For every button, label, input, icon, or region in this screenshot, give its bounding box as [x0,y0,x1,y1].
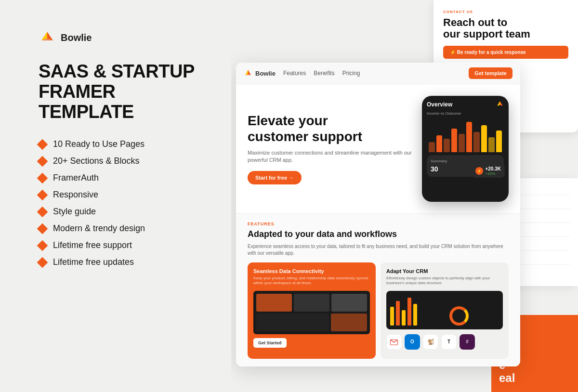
diamond-icon [37,139,48,150]
phone-overview-title: Overview [427,101,452,108]
list-item: 20+ Sections & Blocks [39,156,207,166]
list-item: 10 Ready to Use Pages [39,139,207,149]
brand-logo-icon [39,29,56,46]
browser-navbar: Bowlie Features Benefits Pricing Get tem… [236,63,520,84]
card-adapt-crm: Adapt Your CRM Effortlessly design custo… [381,262,509,359]
gmail-icon [386,334,402,350]
diamond-icon [37,190,48,201]
hero-title: Elevate yourcustomer support [248,113,414,144]
main-title: SAAS & STARTUP FRAMER TEMPLATE [39,62,207,122]
diamond-icon [37,257,48,268]
contact-cta-button[interactable]: ⚡ Be ready for a quick response [443,46,568,59]
hero-subtitle: Maximize customer connections and stream… [248,149,414,164]
browser-mockup: Bowlie Features Benefits Pricing Get tem… [236,63,520,366]
list-item: Lifetime free support [39,240,207,250]
get-template-button[interactable]: Get template [469,67,512,79]
card-data-connectivity: Seamless Data Connectivity Keep your pro… [248,262,376,359]
dash-block-1 [256,294,292,312]
card-orange-title: Seamless Data Connectivity [253,268,370,274]
browser-brand-name: Bowlie [255,70,276,77]
list-item: Style guide [39,207,207,217]
features-section-desc: Experience seamless access to your data,… [248,243,509,257]
diamond-icon [37,156,48,167]
list-item: FramerAuth [39,173,207,183]
phone-label: Income vs Outcome [427,111,504,116]
mailchimp-icon: 🐒 [423,334,438,350]
features-section-title: Adapted to your data and workflows [248,229,509,239]
brand: Bowlie [39,29,207,46]
donut-chart [449,306,469,326]
dash-block-4 [256,314,329,331]
nav-pricing[interactable]: Pricing [342,70,360,77]
dash-block-3 [331,294,367,312]
phone-chart [427,118,504,152]
cards-row: Seamless Data Connectivity Keep your pro… [248,262,509,359]
features-list: 10 Ready to Use Pages 20+ Sections & Blo… [39,139,207,267]
diamond-icon [37,173,48,184]
brand-name: Bowlie [61,32,92,43]
browser-logo: Bowlie [244,69,276,78]
nav-benefits[interactable]: Benefits [314,70,334,77]
outlook-icon: O [405,334,420,350]
features-section: FEATURES Adapted to your data and workfl… [236,213,520,366]
right-side: CONTACT US Reach out toour support team … [231,0,578,392]
hero-text: Elevate yourcustomer support Maximize cu… [248,113,414,184]
badge-value: +20.3K [485,166,501,171]
card-orange-desc: Keep your product, billing, and relation… [253,276,370,286]
phone-badge: ⚡ +20.3K +20% [472,164,505,178]
features-tag: FEATURES [248,222,509,226]
phone-logo-icon [496,101,504,108]
contact-title: Reach out toour support team [443,17,568,40]
hero-section: Elevate yourcustomer support Maximize cu… [236,84,520,213]
card-gray-desc: Effortlessly design custom objects to pe… [386,276,503,286]
diamond-icon [37,207,48,218]
diamond-icon [37,240,48,251]
list-item: Modern & trendy design [39,223,207,234]
contact-tag: CONTACT US [443,10,568,14]
dash-block-5 [331,314,367,331]
typeform-icon: T [441,334,457,350]
get-started-button[interactable]: Get Started [253,338,287,348]
browser-links: Features Benefits Pricing [283,70,360,77]
start-for-free-button[interactable]: Start for free → [248,171,302,184]
mini-dashboard [253,291,370,334]
dash-block-2 [294,294,329,312]
browser-logo-icon [244,69,252,78]
slack-icon: # [460,334,475,350]
badge-change: +20% [485,171,501,176]
integration-icons: O 🐒 T # [386,334,503,350]
list-item: Responsive [39,190,207,200]
card-gray-title: Adapt Your CRM [386,268,503,274]
phone-header: Overview [427,101,504,108]
nav-features[interactable]: Features [283,70,306,77]
browser-nav: Bowlie Features Benefits Pricing [244,69,464,78]
diamond-icon [37,223,48,235]
phone-summary-label: Summary [431,159,500,163]
left-panel: Bowlie SAAS & STARTUP FRAMER TEMPLATE 10… [0,0,231,392]
badge-lightning-icon: ⚡ [475,167,483,175]
crm-mockup [386,291,503,329]
list-item: Lifetime free updates [39,257,207,267]
phone-mockup: Overview Income vs Outcome [422,96,509,202]
